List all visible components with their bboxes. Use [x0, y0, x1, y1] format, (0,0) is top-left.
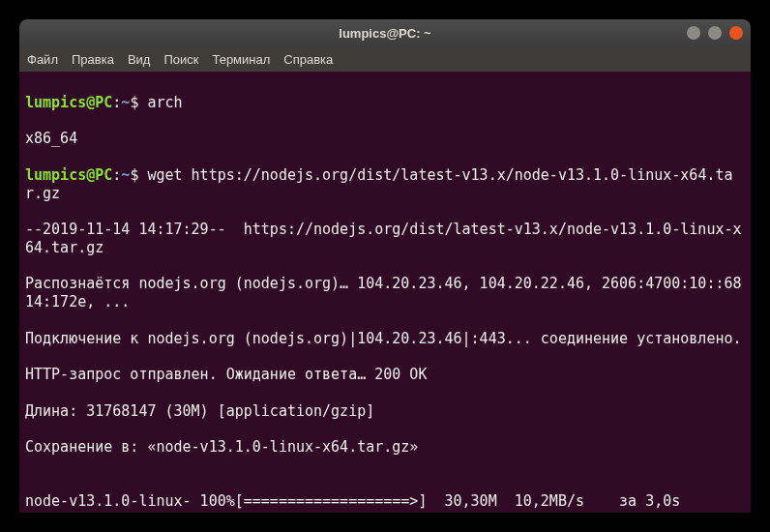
terminal-line: Сохранение в: «node-v13.1.0-linux-x64.ta…	[25, 438, 745, 457]
terminal-line: lumpics@PC:~$ arch	[25, 94, 745, 112]
terminal-window: lumpics@PC: ~ Файл Правка Вид Поиск Терм…	[19, 19, 751, 513]
menu-terminal[interactable]: Терминал	[212, 52, 270, 67]
menubar: Файл Правка Вид Поиск Терминал Справка	[19, 46, 751, 72]
window-title: lumpics@PC: ~	[339, 26, 430, 41]
maximize-button[interactable]	[708, 26, 722, 40]
terminal-line: Подключение к nodejs.org (nodejs.org)|10…	[25, 330, 745, 348]
prompt-user: lumpics@PC	[25, 94, 112, 111]
titlebar[interactable]: lumpics@PC: ~	[19, 19, 751, 46]
close-button[interactable]	[729, 26, 743, 40]
menu-view[interactable]: Вид	[128, 52, 151, 67]
outer-frame: lumpics@PC: ~ Файл Правка Вид Поиск Терм…	[0, 0, 770, 532]
menu-edit[interactable]: Правка	[72, 52, 114, 67]
prompt-sep: :	[112, 94, 121, 111]
terminal-line: HTTP-запрос отправлен. Ожидание ответа… …	[25, 366, 745, 384]
prompt-sep: :	[112, 166, 121, 184]
terminal-line: Длина: 31768147 (30M) [application/gzip]	[25, 402, 745, 421]
command-text: arch	[138, 94, 182, 111]
window-controls	[687, 26, 743, 40]
terminal-line: lumpics@PC:~$ wget https://nodejs.org/di…	[25, 166, 745, 203]
menu-file[interactable]: Файл	[27, 52, 58, 67]
terminal-line: Распознаётся nodejs.org (nodejs.org)… 10…	[25, 275, 745, 311]
terminal-content[interactable]: lumpics@PC:~$ arch x86_64 lumpics@PC:~$ …	[19, 72, 751, 513]
menu-help[interactable]: Справка	[283, 52, 333, 67]
minimize-button[interactable]	[687, 26, 700, 40]
terminal-line: node-v13.1.0-linux- 100%[===============…	[25, 492, 745, 511]
prompt-user: lumpics@PC	[25, 166, 112, 184]
terminal-line: --2019-11-14 14:17:29-- https://nodejs.o…	[25, 221, 745, 257]
menu-search[interactable]: Поиск	[163, 52, 198, 67]
terminal-line: x86_64	[25, 130, 745, 148]
